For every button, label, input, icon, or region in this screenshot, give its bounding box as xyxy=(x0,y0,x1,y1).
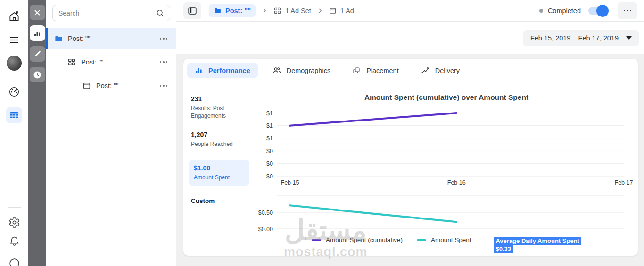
metric-custom[interactable]: Custom xyxy=(191,197,250,204)
sidebar-toggle-icon xyxy=(187,6,198,16)
chevron-right-icon xyxy=(261,8,268,14)
divider xyxy=(8,207,21,208)
metric-label: Results: Post Engagements xyxy=(191,105,238,120)
gauge-icon[interactable] xyxy=(6,84,22,100)
content-area: Performance Demographics xyxy=(176,54,644,266)
metric-value: $1.00 xyxy=(194,164,245,172)
tree-panel: Post: "" Post: "" P xyxy=(46,0,176,266)
chart-legend: Amount Spent (cumulative) Amount Spent A… xyxy=(255,236,638,253)
legend-item-spent[interactable]: Amount Spent xyxy=(417,236,471,243)
home-icon[interactable] xyxy=(6,8,22,24)
tab-performance[interactable]: Performance xyxy=(187,63,258,78)
report-card: Performance Demographics xyxy=(183,59,638,256)
avatar[interactable] xyxy=(7,56,22,71)
tab-delivery[interactable]: Delivery xyxy=(413,63,467,78)
svg-text:$0.50: $0.50 xyxy=(258,210,273,216)
ad-set-icon xyxy=(67,58,76,66)
folder-icon xyxy=(214,7,222,15)
svg-text:$0: $0 xyxy=(266,173,273,180)
app-window: Post: "" Post: "" P xyxy=(0,0,644,266)
breadcrumb-adset-label: 1 Ad Set xyxy=(285,7,311,15)
tab-placement[interactable]: Placement xyxy=(345,63,406,78)
status-toggle[interactable] xyxy=(588,7,607,15)
menu-icon[interactable] xyxy=(6,32,22,48)
legend-item-cumulative[interactable]: Amount Spent (cumulative) xyxy=(312,236,403,243)
tab-label: Placement xyxy=(366,67,399,74)
settings-icon[interactable] xyxy=(6,214,22,230)
pencil-icon[interactable] xyxy=(30,46,45,62)
search-input[interactable] xyxy=(58,9,156,17)
more-options-icon[interactable] xyxy=(160,38,168,40)
clock-icon[interactable] xyxy=(30,67,45,82)
left-icon-rail xyxy=(0,0,28,266)
annotation-label: Average Daily Amount Spent xyxy=(494,237,581,245)
ad-set-icon xyxy=(273,7,281,15)
svg-text:$1: $1 xyxy=(266,110,273,117)
svg-text:$0: $0 xyxy=(266,161,273,167)
tree-item-adset[interactable]: Post: "" xyxy=(46,52,176,73)
demographics-icon xyxy=(272,66,281,75)
more-options-icon[interactable] xyxy=(160,85,168,87)
search-icon xyxy=(156,8,165,18)
tab-label: Demographics xyxy=(287,67,331,74)
tree-item-ad[interactable]: Post: "" xyxy=(46,75,176,96)
tab-label: Delivery xyxy=(435,67,460,74)
legend-dash-icon xyxy=(417,239,426,241)
avg-daily-spend-annotation: Average Daily Amount Spent $0.33 xyxy=(494,236,581,253)
status-label: Completed xyxy=(548,7,581,15)
tree-item-label: Post: "" xyxy=(68,35,160,42)
tree-item-campaign[interactable]: Post: "" xyxy=(46,28,176,49)
metric-results[interactable]: 231 Results: Post Engagements xyxy=(191,95,250,120)
tab-demographics[interactable]: Demographics xyxy=(264,63,339,78)
table-icon[interactable] xyxy=(6,107,22,123)
daily-spend-chart: $0.50$0.00 xyxy=(255,193,638,233)
tree-item-label: Post: "" xyxy=(96,82,160,89)
metric-people-reached[interactable]: 1,207 People Reached xyxy=(191,131,250,148)
legend-label: Amount Spent (cumulative) xyxy=(326,236,403,243)
tabs-bar: Performance Demographics xyxy=(183,59,638,82)
metric-amount-spent[interactable]: $1.00 Amount Spent xyxy=(189,160,249,186)
breadcrumb-campaign[interactable]: Post: "" xyxy=(209,4,256,17)
chevron-down-icon xyxy=(626,36,632,40)
svg-text:$0.00: $0.00 xyxy=(258,226,273,233)
folder-icon xyxy=(54,34,63,43)
date-range-label: Feb 15, 2019 – Feb 17, 2019 xyxy=(530,34,619,42)
cumulative-spend-chart: $1$1$1$0$0$0Feb 15Feb 16Feb 17 xyxy=(255,107,638,187)
breadcrumb-campaign-label: Post: "" xyxy=(225,7,251,15)
chevron-right-icon xyxy=(317,8,323,14)
annotation-value: $0.33 xyxy=(494,245,513,253)
svg-text:$1: $1 xyxy=(266,135,273,142)
date-range-selector[interactable]: Feb 15, 2019 – Feb 17, 2019 xyxy=(523,30,639,46)
ad-icon xyxy=(329,7,337,15)
breadcrumb-adset[interactable]: 1 Ad Set xyxy=(273,7,311,15)
campaign-tree: Post: "" Post: "" P xyxy=(46,25,176,96)
bar-chart-icon[interactable] xyxy=(30,25,45,41)
legend-dash-icon xyxy=(312,239,321,241)
toolbar-rail xyxy=(28,0,46,266)
legend-label: Amount Spent xyxy=(431,236,471,243)
svg-text:Feb 17: Feb 17 xyxy=(615,179,633,186)
main-area: Post: "" 1 Ad Set 1 Ad xyxy=(176,0,644,266)
svg-text:$0: $0 xyxy=(266,148,273,154)
help-circle-icon[interactable] xyxy=(6,250,22,266)
metric-label: People Reached xyxy=(191,140,238,148)
chart-panel: Amount Spent (cumulative) over Amount Sp… xyxy=(255,82,638,256)
tab-label: Performance xyxy=(208,67,250,74)
search-box[interactable] xyxy=(52,5,170,21)
more-options-icon[interactable] xyxy=(160,61,168,63)
metrics-panel: 231 Results: Post Engagements 1,207 Peop… xyxy=(183,82,255,256)
bell-icon[interactable] xyxy=(6,233,22,249)
more-actions-button[interactable] xyxy=(618,2,637,19)
more-options-icon xyxy=(624,10,632,12)
chart-title: Amount Spent (cumulative) over Amount Sp… xyxy=(255,93,638,102)
status-dot-icon xyxy=(539,9,543,13)
svg-text:Feb 16: Feb 16 xyxy=(447,179,466,186)
breadcrumb-ad[interactable]: 1 Ad xyxy=(329,7,354,15)
placement-icon xyxy=(352,66,361,75)
performance-icon xyxy=(195,66,203,74)
breadcrumb-bar: Post: "" 1 Ad Set 1 Ad xyxy=(176,0,644,22)
metric-value: 1,207 xyxy=(191,131,250,138)
toggle-sidebar-button[interactable] xyxy=(183,2,201,19)
close-icon[interactable] xyxy=(30,5,45,20)
svg-text:$1: $1 xyxy=(266,122,273,129)
